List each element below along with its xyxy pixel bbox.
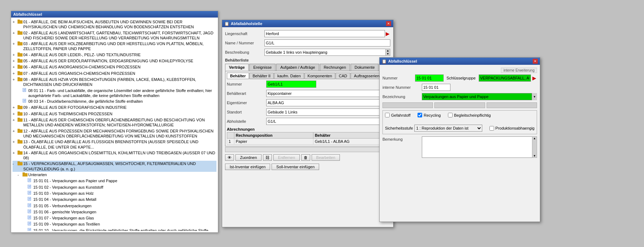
tree-item[interactable]: +05 - ABFÄLLE AUS DER ERDÖLRAFFINATION, … (13, 58, 216, 64)
behalterart-input[interactable] (266, 90, 383, 97)
outer-tab-verträge[interactable]: Verträge (225, 64, 249, 71)
eigentumer-input[interactable] (266, 99, 383, 106)
folder-icon (18, 52, 23, 58)
bearbeiten-btn[interactable]: Bearbeiten (312, 154, 340, 161)
outer-tab-rechnungen[interactable]: Rechnungen (320, 64, 350, 71)
tree-item[interactable]: 15 01 09 - Verpackungen aus Textilien (13, 221, 216, 227)
tree-expander[interactable]: + (13, 19, 18, 24)
link-btn[interactable]: ⛓ (263, 154, 272, 161)
tree-item[interactable]: +06 - ABFÄLLE AUS ANORGANISCH-CHEMISCHEN… (13, 64, 216, 70)
schluesselgruppe-input[interactable] (479, 74, 531, 82)
outer-tab-ereignisse[interactable]: Ereignisse (249, 64, 275, 71)
tree-item[interactable]: +13 - ÖLABFÄLLE UND ABFÄLLE AUS FLÜSSIGE… (13, 139, 216, 150)
tree-item-label: 08 03 14 - Druckfarbenschlämme, die gefä… (28, 99, 216, 104)
tree-item[interactable]: +09 - ABFÄLLE AUS DER FOTOGRAFISCHEN IND… (13, 105, 216, 111)
sicherheitsstufe-select[interactable]: 1 : Reproduktion der Daten ist (414, 125, 482, 132)
tree-item[interactable]: 15 01 05 - Verbundverpackungen (13, 203, 216, 209)
tree-item[interactable]: +08 - ABFÄLLE AUS HZVA VON BESCHICHTUNGE… (13, 77, 216, 88)
tree-item[interactable]: +12 - ABFÄLLE AUS PROZESSEN DER MECHANIS… (13, 128, 216, 139)
inner-tab-cad[interactable]: CAD (336, 73, 350, 79)
entfernen-btn[interactable]: Entfernen (273, 154, 300, 161)
tree-item[interactable]: +02 - ABFÄLLE AUS LANDWIRTSCHAFT, GARTEN… (13, 30, 216, 41)
tree-item[interactable]: 15 01 01 - Verpackungen aus Papier und P… (13, 178, 216, 184)
produktionsabhaengig-checkbox[interactable] (489, 126, 494, 131)
tree-item-label: 11 - ABFÄLLE AUS DER CHEMISCHEN OBERFLÄC… (23, 117, 216, 128)
tree-item[interactable]: 08 01 11 - Farb- und Lackabfälle, die or… (13, 88, 216, 99)
view-btn[interactable]: 👁 (225, 154, 234, 161)
tree-expander[interactable]: + (13, 41, 18, 46)
tree-content[interactable]: +01 - ABFÄLLE, DIE BEIM AUFSUCHEN, AUSBE… (11, 18, 218, 231)
svg-rect-39 (23, 173, 25, 174)
ist-inventar-btn[interactable]: Ist-Inventar einfügen (225, 164, 270, 170)
tree-item[interactable]: 15 01 02 - Verpackungen aus Kunststoff (13, 184, 216, 190)
as-nummer-input[interactable] (415, 74, 444, 82)
tree-item[interactable]: +14 - ABFÄLLE AUS ORGANISCHEN LÖSEMITTEL… (13, 150, 216, 161)
horizontal-scrollbar[interactable] (225, 147, 390, 152)
inner-tab-behälter[interactable]: Behälter (227, 73, 249, 79)
name-nummer-input[interactable] (264, 39, 390, 47)
tree-item[interactable]: 15 01 03 - Verpackungen aus Holz (13, 190, 216, 197)
abfallschluessel-close-btn[interactable]: ✕ (533, 59, 538, 64)
liegenschaft-arrow-btn[interactable]: ▶ (385, 31, 390, 37)
inner-tab-behälter-ii[interactable]: Behälter II (249, 73, 274, 79)
svg-rect-30 (18, 130, 23, 133)
as-bemerkung-textarea[interactable] (422, 136, 537, 158)
svg-rect-5 (18, 42, 20, 43)
tree-expander[interactable]: + (13, 58, 18, 63)
tree-expander[interactable]: - (18, 172, 23, 177)
schluesselgruppe-arrow[interactable]: ▶ (532, 75, 537, 81)
tree-expander[interactable]: + (13, 139, 18, 144)
tree-expander[interactable]: + (13, 71, 18, 76)
inner-tab-auftragsserien[interactable]: Auftragsserien (351, 73, 382, 79)
outer-tab-dokumente[interactable]: Dokumente (351, 64, 379, 71)
tree-item[interactable]: -Unterarten (13, 172, 216, 178)
tree-expander[interactable]: - (13, 161, 18, 166)
bemerkung-scroll-down[interactable]: ▼ (532, 154, 537, 158)
tree-item[interactable]: +01 - ABFÄLLE, DIE BEIM AUFSUCHEN, AUSBE… (13, 19, 216, 30)
tree-item[interactable]: 15 01 10 - Verpackungen, die Rückstände … (13, 228, 216, 231)
tree-expander[interactable]: + (13, 117, 18, 122)
as-bezeichnung-input[interactable] (422, 93, 532, 100)
tree-item[interactable]: -15 - VERPACKUNGSABFALL, AUFSAUGMASSEN, … (13, 161, 216, 172)
tree-expander[interactable]: + (13, 30, 18, 35)
abholstelle-input[interactable] (266, 118, 383, 125)
svg-rect-35 (18, 151, 20, 152)
tree-expander[interactable]: + (13, 105, 18, 110)
tree-expander[interactable]: + (13, 52, 18, 57)
folder-icon (18, 129, 23, 134)
as-interne-nummer-input[interactable] (422, 84, 450, 91)
zuordnen-btn[interactable]: Zuordnen (235, 154, 262, 161)
recycling-checkbox[interactable] (418, 113, 422, 117)
gefahrstoff-checkbox[interactable] (385, 113, 390, 117)
bemerkung-scroll-up[interactable]: ▲ (532, 137, 537, 140)
tree-item[interactable]: +10 - ABFÄLLE AUS THERMISCHEN PROZESSEN (13, 111, 216, 117)
beschreibung-scroll-down[interactable]: ▼ (386, 52, 390, 55)
nummer-input[interactable] (266, 81, 316, 88)
begleitschein-checkbox[interactable] (448, 113, 453, 117)
tree-item[interactable]: +04 - ABFÄLLE AUS DER LEDER-, PELZ- UND … (13, 52, 216, 58)
tree-expander[interactable]: + (13, 77, 18, 82)
delete-btn[interactable]: 🗑 (301, 154, 310, 161)
tree-item[interactable]: 15 01 04 - Verpackungen aus Metall (13, 197, 216, 203)
beschreibung-scroll-up[interactable]: ▲ (386, 49, 390, 52)
tree-item[interactable]: +03 - ABFÄLLE AUS DER HOLZBEARBEITUNG UN… (13, 41, 216, 52)
tree-item[interactable]: 15 01 06 - gemischte Verpackungen (13, 209, 216, 215)
tree-item[interactable]: 08 03 14 - Druckfarbenschlämme, die gefä… (13, 98, 216, 105)
beschreibung-input[interactable] (264, 49, 390, 56)
standort-input[interactable] (266, 108, 389, 116)
tree-expander[interactable]: + (13, 64, 18, 69)
tree-expander[interactable]: + (13, 111, 18, 116)
outer-tab-aufgaben-/-aufträge[interactable]: Aufgaben / Aufträge (276, 64, 319, 71)
inner-tab-kaufm.-daten[interactable]: kaufm. Daten (274, 73, 304, 79)
folder-icon (18, 139, 23, 145)
liegenschaft-input[interactable] (264, 30, 385, 37)
tree-expander[interactable]: + (13, 129, 18, 134)
tree-item[interactable]: +11 - ABFÄLLE AUS DER CHEMISCHEN OBERFLÄ… (13, 117, 216, 128)
inner-tab-komponenten[interactable]: Komponenten (304, 73, 336, 79)
abholstelle-close-btn[interactable]: ✕ (386, 21, 391, 26)
tree-expander[interactable]: + (13, 150, 18, 155)
tree-item[interactable]: +07 - ABFÄLLE AUS ORGANISCH-CHEMISCHEN P… (13, 71, 216, 77)
tree-item[interactable]: 15 01 07 - Verpackungen aus Glas (13, 215, 216, 221)
bezeichnung-scroll-btn[interactable]: ▼ (532, 93, 537, 100)
soll-inventar-btn[interactable]: Soll-Inventar einfügen (272, 164, 319, 170)
